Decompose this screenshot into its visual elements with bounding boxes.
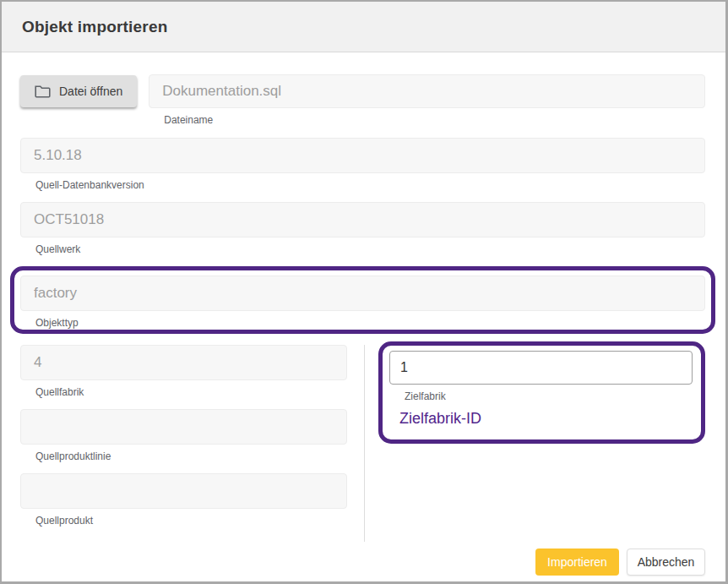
cancel-button[interactable]: Abbrechen: [627, 549, 705, 576]
quellfabrik-input: [20, 345, 347, 380]
quellproduktlinie-label: Quellproduktlinie: [35, 450, 347, 462]
filename-field: Dateiname: [149, 74, 705, 126]
filename-label: Dateiname: [164, 114, 705, 126]
left-column: Quellfabrik Quellproduktlinie Quellprodu…: [20, 345, 365, 542]
objekttyp-input: [20, 276, 705, 311]
open-file-button-label: Datei öffnen: [59, 85, 122, 98]
quellwerk-input: [20, 202, 705, 237]
file-row: Datei öffnen Dateiname: [20, 74, 705, 126]
quellwerk-field: Quellwerk: [20, 202, 705, 255]
quellprodukt-label: Quellprodukt: [35, 515, 347, 527]
folder-icon: [35, 85, 51, 98]
open-file-button[interactable]: Datei öffnen: [20, 75, 137, 107]
import-dialog: Objekt importieren Datei öffnen Dateinam…: [0, 0, 728, 584]
objekttyp-highlight: Objekttyp: [10, 266, 715, 334]
quellprodukt-input: [20, 473, 347, 509]
zielfabrik-input[interactable]: [389, 351, 693, 385]
quellprodukt-field: Quellprodukt: [20, 473, 347, 527]
db-version-input: [20, 138, 705, 173]
quellfabrik-label: Quellfabrik: [35, 386, 347, 398]
two-column-area: Quellfabrik Quellproduktlinie Quellprodu…: [20, 345, 705, 542]
objekttyp-field: Objekttyp: [20, 276, 705, 329]
zielfabrik-label: Zielfabrik: [405, 390, 693, 402]
quellproduktlinie-field: Quellproduktlinie: [20, 409, 347, 462]
right-column: Zielfabrik Zielfabrik-ID: [365, 345, 705, 444]
db-version-label: Quell-Datenbankversion: [35, 179, 705, 191]
dialog-header: Objekt importieren: [2, 2, 725, 52]
filename-input[interactable]: [149, 74, 705, 108]
quellproduktlinie-input: [20, 409, 347, 445]
db-version-field: Quell-Datenbankversion: [20, 138, 705, 191]
quellfabrik-field: Quellfabrik: [20, 345, 347, 398]
zielfabrik-id-label: Zielfabrik-ID: [399, 410, 693, 428]
dialog-body: Datei öffnen Dateiname Quell-Datenbankve…: [2, 52, 725, 542]
zielfabrik-highlight: Zielfabrik Zielfabrik-ID: [378, 341, 705, 444]
quellwerk-label: Quellwerk: [35, 243, 705, 255]
import-button[interactable]: Importieren: [535, 549, 619, 576]
objekttyp-label: Objekttyp: [35, 317, 705, 329]
dialog-footer: Importieren Abbrechen: [535, 549, 705, 576]
dialog-title: Objekt importieren: [22, 18, 168, 36]
